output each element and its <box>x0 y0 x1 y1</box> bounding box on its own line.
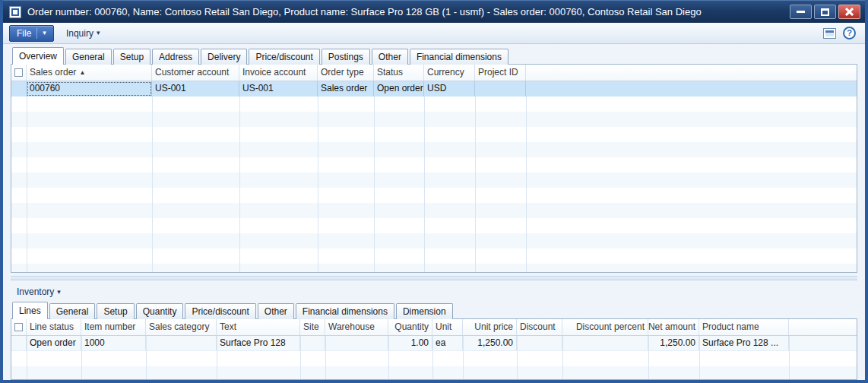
cell-item-number[interactable]: 1000 <box>81 336 146 350</box>
cell-site[interactable] <box>300 336 325 350</box>
select-all-cell <box>11 319 27 335</box>
column-header-sales-order[interactable]: Sales order ▲ <box>27 65 152 81</box>
window-title: Order number: 000760, Name: Contoso Reta… <box>27 6 787 17</box>
menu-bar: File ▾ Inquiry ▾ ? <box>3 23 865 44</box>
inquiry-menu-label: Inquiry <box>66 28 93 39</box>
chevron-down-icon: ▾ <box>43 30 46 36</box>
sort-ascending-icon: ▲ <box>79 65 85 81</box>
close-button[interactable] <box>838 5 860 19</box>
pane-splitter[interactable] <box>11 276 857 280</box>
minimize-button[interactable] <box>790 5 812 19</box>
column-header-currency[interactable]: Currency <box>424 65 475 81</box>
select-all-cell <box>11 65 27 81</box>
lines-toolbar: Inventory ▾ <box>11 286 857 298</box>
column-header-label: Sales order <box>30 65 76 81</box>
cell-invoice-account[interactable]: US-001 <box>239 81 318 97</box>
cell-status[interactable]: Open order <box>374 81 424 97</box>
cell-order-type[interactable]: Sales order <box>318 81 374 97</box>
cell-sales-category[interactable] <box>146 336 217 350</box>
column-header-net-amount[interactable]: Net amount <box>648 319 699 335</box>
row-select-cell[interactable] <box>11 336 27 350</box>
cell-unit-price[interactable]: 1,250.00 <box>463 336 517 350</box>
cell-customer-account[interactable]: US-001 <box>152 81 239 97</box>
order-lines-grid-body: Open order 1000 Surface Pro 128 1.00 ea … <box>11 336 857 379</box>
cell-currency[interactable]: USD <box>424 81 475 97</box>
order-line-row[interactable]: Open order 1000 Surface Pro 128 1.00 ea … <box>11 336 857 351</box>
close-icon <box>844 8 854 16</box>
column-header-customer-account[interactable]: Customer account <box>152 65 239 81</box>
app-icon <box>9 6 21 18</box>
column-header-unit-price[interactable]: Unit price <box>463 319 517 335</box>
cell-warehouse[interactable] <box>325 336 388 350</box>
tab-setup[interactable]: Setup <box>113 49 150 65</box>
layout-icon[interactable] <box>823 28 836 39</box>
file-menu-label: File <box>17 28 31 39</box>
main-tab-strip: Overview General Setup Address Delivery … <box>11 47 857 65</box>
column-header-order-type[interactable]: Order type <box>318 65 374 81</box>
tab-lines-financial-dimensions[interactable]: Financial dimensions <box>296 303 394 319</box>
app-window: Order number: 000760, Name: Contoso Reta… <box>0 0 868 383</box>
lines-tab-strip: Lines General Setup Quantity Price/disco… <box>11 302 857 319</box>
column-header-line-status[interactable]: Line status <box>27 319 81 335</box>
column-header-filler <box>789 319 857 335</box>
order-lines-grid: Line status Item number Sales category T… <box>11 318 857 380</box>
help-icon[interactable]: ? <box>843 27 856 40</box>
tab-lines-general[interactable]: General <box>49 303 96 319</box>
tab-overview[interactable]: Overview <box>12 47 64 65</box>
layout-icon-glyph <box>825 30 834 36</box>
column-header-text[interactable]: Text <box>217 319 300 335</box>
column-header-status[interactable]: Status <box>374 65 424 81</box>
maximize-icon <box>821 8 829 16</box>
cell-line-status[interactable]: Open order <box>27 336 81 350</box>
tab-lines-price-discount[interactable]: Price/discount <box>185 303 255 319</box>
form-content: Overview General Setup Address Delivery … <box>3 44 865 380</box>
column-header-project-id[interactable]: Project ID <box>475 65 526 81</box>
tab-lines-other[interactable]: Other <box>258 303 294 319</box>
column-header-invoice-account[interactable]: Invoice account <box>239 65 318 81</box>
select-all-checkbox[interactable] <box>14 68 23 77</box>
tab-price-discount[interactable]: Price/discount <box>249 49 319 65</box>
sales-order-row[interactable]: 000760 US-001 US-001 Sales order Open or… <box>11 81 857 97</box>
tab-other[interactable]: Other <box>372 49 408 65</box>
title-bar: Order number: 000760, Name: Contoso Reta… <box>3 0 865 23</box>
inquiry-menu-button[interactable]: Inquiry ▾ <box>66 28 100 39</box>
order-lines-grid-header: Line status Item number Sales category T… <box>11 319 857 336</box>
tab-general[interactable]: General <box>65 49 112 65</box>
tab-lines-dimension[interactable]: Dimension <box>396 303 453 319</box>
cell-discount-percent[interactable] <box>562 336 648 350</box>
tab-delivery[interactable]: Delivery <box>201 49 247 65</box>
cell-text[interactable]: Surface Pro 128 <box>217 336 300 350</box>
cell-unit[interactable]: ea <box>432 336 463 350</box>
file-button-divider <box>36 28 37 39</box>
cell-project-id[interactable] <box>475 81 526 97</box>
column-header-product-name[interactable]: Product name <box>699 319 789 335</box>
cell-quantity[interactable]: 1.00 <box>388 336 432 350</box>
cell-product-name[interactable]: Surface Pro 128 ... <box>699 336 789 350</box>
column-header-discount[interactable]: Discount <box>517 319 562 335</box>
column-header-discount-percent[interactable]: Discount percent <box>562 319 648 335</box>
select-all-checkbox[interactable] <box>14 323 23 331</box>
tab-lines[interactable]: Lines <box>12 302 48 319</box>
column-header-site[interactable]: Site <box>300 319 325 335</box>
grid-background <box>11 81 857 272</box>
tab-lines-quantity[interactable]: Quantity <box>136 303 184 319</box>
cell-discount[interactable] <box>517 336 562 350</box>
file-menu-button[interactable]: File ▾ <box>9 25 54 42</box>
column-header-sales-category[interactable]: Sales category <box>146 319 217 335</box>
column-header-unit[interactable]: Unit <box>432 319 463 335</box>
tab-address[interactable]: Address <box>152 49 199 65</box>
cell-net-amount[interactable]: 1,250.00 <box>648 336 699 350</box>
minimize-icon <box>797 11 805 13</box>
row-select-cell[interactable] <box>11 81 27 97</box>
tab-postings[interactable]: Postings <box>322 49 370 65</box>
inventory-menu-button[interactable]: Inventory ▾ <box>17 286 61 297</box>
column-header-item-number[interactable]: Item number <box>81 319 146 335</box>
column-header-warehouse[interactable]: Warehouse <box>325 319 388 335</box>
chevron-down-icon: ▾ <box>57 289 61 296</box>
tab-financial-dimensions[interactable]: Financial dimensions <box>410 49 508 65</box>
column-header-quantity[interactable]: Quantity <box>388 319 432 335</box>
maximize-button[interactable] <box>814 5 836 19</box>
sales-orders-grid: Sales order ▲ Customer account Invoice a… <box>11 64 857 273</box>
tab-lines-setup[interactable]: Setup <box>97 303 134 319</box>
cell-sales-order[interactable]: 000760 <box>27 81 152 97</box>
